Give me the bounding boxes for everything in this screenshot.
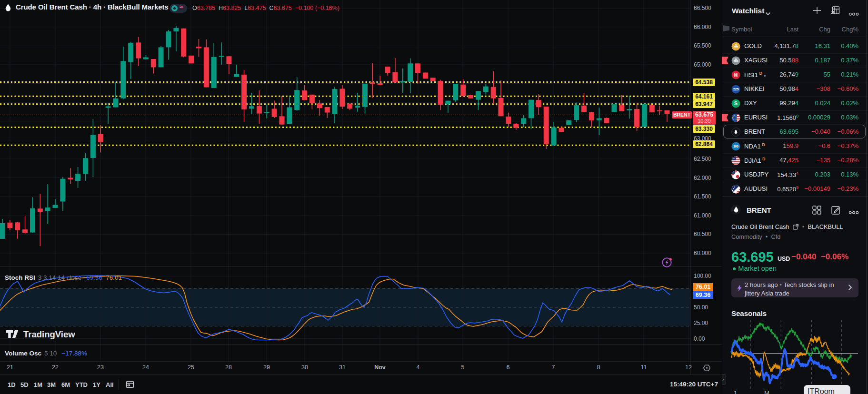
svg-text:M: M xyxy=(764,390,769,394)
svg-text:J: J xyxy=(733,390,737,394)
svg-text:TradingView: TradingView xyxy=(23,329,75,339)
